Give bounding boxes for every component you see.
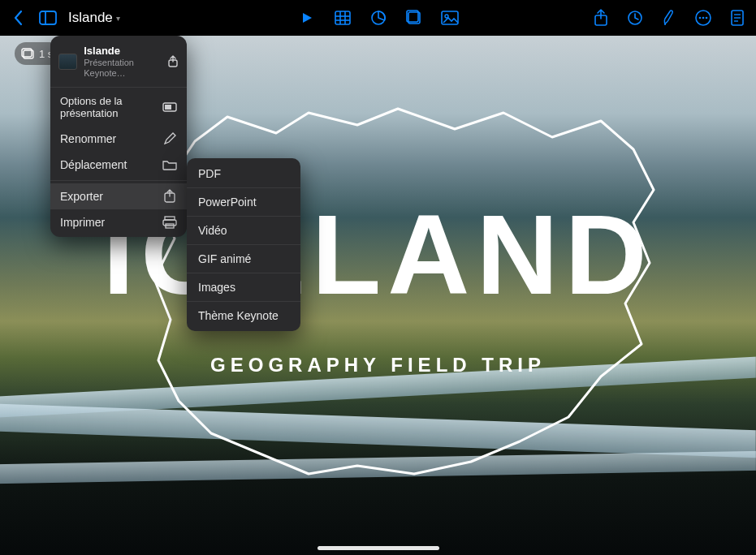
back-button[interactable] [10, 9, 28, 27]
separator [187, 273, 300, 273]
menu-item-move[interactable]: Déplacement [50, 152, 187, 178]
export-option-keynote-theme[interactable]: Thème Keynote [187, 303, 300, 328]
svg-rect-0 [40, 11, 56, 24]
media-button[interactable] [441, 9, 459, 27]
sidebar-toggle-button[interactable] [39, 9, 57, 27]
text-box-icon [406, 10, 422, 26]
slide-subtitle: GEOGRAPHY FIELD TRIP [0, 354, 756, 376]
menu-item-label: Déplacement [60, 158, 127, 171]
pie-chart-icon [370, 10, 387, 26]
export-option-gif[interactable]: GIF animé [187, 247, 300, 271]
export-option-images[interactable]: Images [187, 275, 300, 299]
history-button[interactable] [626, 9, 644, 27]
table-button[interactable] [334, 9, 352, 27]
play-button[interactable] [298, 9, 316, 27]
chart-button[interactable] [369, 9, 387, 27]
svg-rect-26 [165, 105, 171, 110]
export-option-label: Vidéo [198, 224, 227, 237]
menu-item-print[interactable]: Imprimer [50, 209, 187, 235]
export-option-label: PowerPoint [198, 196, 257, 209]
svg-point-17 [706, 17, 708, 19]
menu-item-presentation-options[interactable]: Options de la présentation [50, 90, 187, 126]
menu-item-export[interactable]: Exporter [50, 183, 187, 209]
image-icon [441, 11, 459, 25]
export-option-pdf[interactable]: PDF [187, 161, 300, 186]
table-icon [335, 11, 351, 25]
top-toolbar: Islande ▾ [0, 0, 756, 36]
separator [50, 87, 187, 88]
export-option-label: Images [198, 281, 235, 294]
export-option-label: GIF animé [198, 252, 251, 265]
separator [187, 216, 300, 217]
menu-item-label: Exporter [60, 190, 103, 203]
svg-point-16 [702, 17, 705, 19]
share-doc-button[interactable] [167, 55, 179, 68]
more-button[interactable] [694, 9, 712, 27]
doc-thumbnail [58, 54, 77, 70]
document-title-label: Islande [68, 10, 113, 26]
export-option-label: PDF [198, 167, 221, 180]
export-option-video[interactable]: Vidéo [187, 218, 300, 243]
clock-arrow-icon [627, 10, 643, 26]
format-button[interactable] [660, 9, 678, 27]
paintbrush-icon [662, 9, 676, 27]
document-title-button[interactable]: Islande ▾ [68, 10, 120, 26]
document-icon [730, 9, 745, 27]
popover-header: Islande Présentation Keynote… [50, 41, 187, 84]
separator [187, 187, 300, 188]
printer-icon [162, 215, 177, 230]
folder-icon [162, 157, 177, 172]
share-icon [594, 9, 608, 27]
pencil-icon [162, 131, 177, 146]
sidebar-icon [39, 11, 57, 25]
separator [50, 180, 187, 181]
menu-item-rename[interactable]: Renommer [50, 126, 187, 152]
share-button[interactable] [592, 9, 610, 27]
ellipsis-circle-icon [694, 9, 712, 27]
export-submenu: PDF PowerPoint Vidéo GIF animé Images Th… [187, 158, 300, 331]
svg-rect-2 [335, 11, 350, 24]
svg-point-11 [445, 15, 448, 18]
text-button[interactable] [405, 9, 423, 27]
chevron-left-icon [13, 10, 24, 26]
svg-point-15 [699, 17, 702, 19]
chevron-down-icon: ▾ [116, 14, 120, 23]
export-option-powerpoint[interactable]: PowerPoint [187, 190, 300, 214]
slides-stack-icon [21, 48, 34, 59]
home-indicator [318, 546, 439, 550]
menu-item-label: Imprimer [60, 216, 105, 229]
separator [187, 301, 300, 302]
export-icon [162, 189, 177, 204]
share-icon [167, 55, 179, 68]
popover-title: Islande [84, 45, 161, 58]
inspector-button[interactable] [728, 9, 746, 27]
popover-subtitle: Présentation Keynote… [84, 58, 161, 78]
play-icon [300, 11, 313, 24]
screen-icon [162, 101, 177, 115]
separator [187, 244, 300, 245]
export-option-label: Thème Keynote [198, 309, 279, 322]
title-menu-popover: Islande Présentation Keynote… Options de… [50, 36, 187, 237]
menu-item-label: Options de la présentation [60, 96, 162, 120]
menu-item-label: Renommer [60, 132, 116, 145]
